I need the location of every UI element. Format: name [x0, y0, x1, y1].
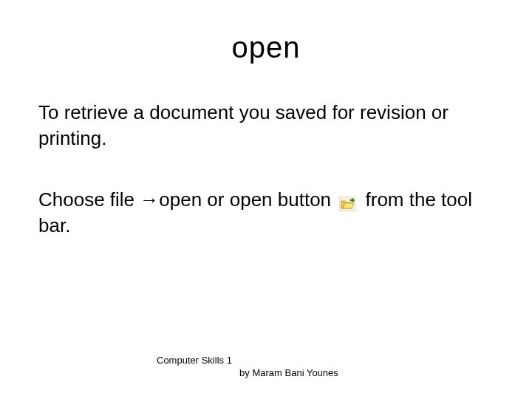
slide: open To retrieve a document you saved fo…	[0, 0, 532, 399]
open-folder-icon	[339, 192, 355, 207]
instruction-paragraph: Choose file →open or open button from th…	[0, 187, 532, 239]
footer-line-1: Computer Skills 1	[157, 355, 338, 367]
instruction-text-before: Choose file →open or open button	[38, 188, 331, 211]
slide-footer: Computer Skills 1 by Maram Bani Younes	[157, 355, 338, 380]
description-paragraph: To retrieve a document you saved for rev…	[0, 100, 532, 151]
footer-line-2: by Maram Bani Younes	[157, 367, 338, 380]
slide-title: open	[0, 0, 532, 64]
